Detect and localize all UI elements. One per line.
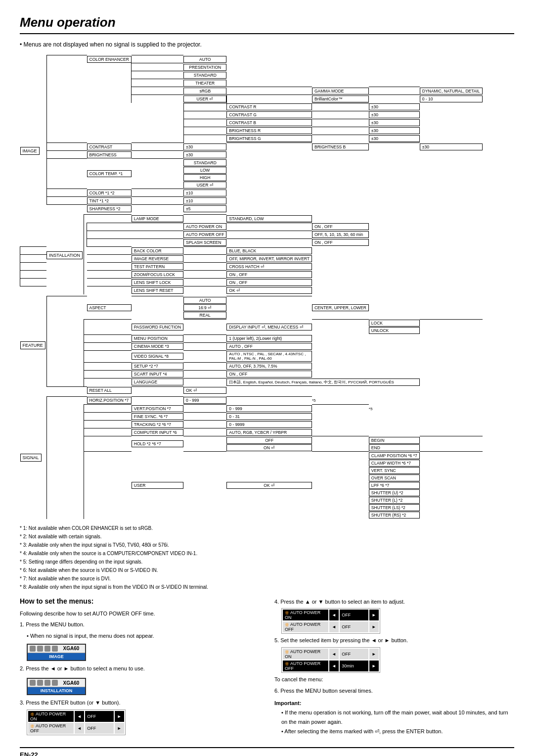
unlock-label: UNLOCK	[369, 327, 420, 334]
how-to-intro: Following describe how to set AUTO POWER…	[20, 609, 260, 618]
tracking-range: 0 - 9999	[226, 421, 312, 428]
brightness-g-label: BRIGHTNESS G	[226, 135, 312, 142]
hold-end: END	[369, 444, 420, 451]
reset-all-options: OK ⏎	[183, 387, 226, 394]
clamp-position-label: CLAMP POSITION *6 *7	[369, 452, 420, 459]
auto-power-off-options: OFF, 5, 10, 15, 30, 60 min	[312, 231, 369, 238]
aspect-169: 16:9 ⏎	[183, 304, 226, 311]
ctrl-table-3: 🔆 AUTO POWERON ◄ OFF ► 🔆 AUTO POWEROFF ◄…	[281, 647, 380, 673]
ctrl1-r2-arrow-r: ►	[115, 723, 124, 734]
ct-high: HIGH	[183, 174, 226, 181]
ct-low: LOW	[183, 167, 226, 174]
ctrl1-r1-arrow-r: ►	[115, 711, 124, 722]
auto-power-on-label: AUTO POWER ON	[183, 223, 226, 230]
page-title: Menu operation	[20, 15, 514, 34]
ctrl3-r2-arrow-l: ◄	[329, 661, 339, 671]
image-reverse-options: OFF, MIRROR, INVERT, MIRROR INVERT	[226, 255, 312, 262]
color-label: COLOR *1 *2	[87, 189, 132, 196]
menu-icon-6	[37, 680, 43, 686]
brilliantcolor-label: BrilliantColor™	[312, 95, 369, 102]
aspect-label: ASPECT	[87, 304, 132, 311]
zoom-focus-options: ON , OFF	[226, 271, 312, 278]
test-pattern-options: CROSS HATCH ⏎	[226, 263, 312, 270]
ctrl-table-1: 🔆 AUTO POWERON ◄ OFF ► 🔆 AUTO POWEROFF ◄…	[27, 709, 126, 735]
cancel-text: To cancel the menu:	[274, 675, 514, 684]
test-pattern-label: TEST PATTERN	[132, 263, 183, 270]
language-options: 日本語, English, Español, Deutsch, Français…	[226, 378, 419, 386]
ctrl2-r1-arrow-l: ◄	[329, 610, 339, 620]
brightness-label: BRIGHTNESS	[87, 151, 132, 158]
contrast-range: ±30	[183, 143, 226, 150]
hold-off: OFF	[226, 437, 312, 444]
contrast-r-label: CONTRAST R	[226, 103, 312, 110]
ct-standard: STANDARD	[183, 159, 226, 166]
note-1: * 1: Not available when COLOR ENHANCER i…	[20, 524, 514, 532]
aspect-real: REAL	[183, 312, 226, 319]
ce-standard: STANDARD	[183, 72, 226, 79]
xga-title: XGA60	[59, 646, 83, 651]
menu-icon-8	[52, 680, 58, 686]
step-4: 4. Press the ▲ or ▼ button to select an …	[274, 597, 514, 607]
lens-shift-lock-label: LENS SHIFT LOCK	[132, 279, 183, 286]
contrast-r-range: ±30	[369, 103, 420, 110]
ctrl3-r2-label: 🔆 AUTO POWEROFF	[283, 661, 328, 671]
note-2: * 2: Not available with certain signals.	[20, 532, 514, 541]
ctrl2-r2-arrow-l: ◄	[329, 621, 339, 632]
ctrl2-r2-value: OFF	[340, 621, 368, 632]
contrast-label: CONTRAST	[87, 143, 132, 150]
shutter-rs-label: SHUTTER (RS) *2	[369, 512, 420, 519]
splash-screen-options: ON , OFF	[312, 239, 369, 246]
ctrl1-r2-value: OFF	[85, 723, 113, 734]
brightness-g-range: ±30	[369, 135, 420, 142]
main-menu-image: IMAGE	[20, 147, 40, 155]
auto-power-on-options: ON , OFF	[312, 223, 369, 230]
xga-top-bar: XGA60	[28, 645, 85, 653]
zoom-focus-lock-label: ZOOM/FOCUS LOCK	[132, 271, 183, 278]
ct-user: USER ⏎	[183, 182, 226, 189]
ctrl2-r2-arrow-r: ►	[369, 621, 379, 632]
ce-user: USER ⏎	[183, 95, 226, 102]
user-label: USER	[132, 482, 183, 489]
menu-position-options: 1 (Upper left), 2(Lower right)	[226, 335, 312, 342]
menu-position-label: MENU POSITION	[132, 335, 183, 342]
xga-installation-menu: XGA60 INSTALLATION	[27, 678, 86, 695]
cancel-step: 6. Press the MENU button several times.	[274, 686, 514, 696]
sharpness-range: ±5	[183, 205, 226, 212]
how-to-left-col: How to set the menus: Following describe…	[20, 597, 260, 737]
step-2: 2. Press the ◄ or ► button to select a m…	[20, 664, 260, 673]
vert-sync-label: VERT. SYNC	[369, 467, 420, 474]
reset-all-label: RESET ALL	[87, 387, 132, 394]
ce-srgb: sRGB	[183, 88, 226, 94]
tint-label: TINT *1 *2	[87, 197, 132, 204]
lens-shift-reset-options: OK ⏎	[226, 287, 312, 294]
ctrl1-r1-arrow-l: ◄	[75, 711, 84, 722]
step-5: 5. Set the selected item by pressing the…	[274, 636, 514, 645]
shutter-ls-label: SHUTTER (LS) *2	[369, 504, 420, 511]
page-number: EN-22	[20, 751, 38, 756]
ctrl2-r1-arrow-r: ►	[369, 610, 379, 620]
splash-screen-label: SPLASH SCREEN	[183, 239, 226, 246]
menu-icon-7	[44, 680, 50, 686]
lens-shift-reset-label: LENS SHIFT RESET	[132, 287, 183, 294]
footer-bar: EN-22	[20, 747, 514, 756]
note-5: * 5: Setting range differs depending on …	[20, 558, 514, 566]
image-active-tab: IMAGE	[28, 653, 85, 660]
ctrl3-r1-arrow-r: ►	[369, 649, 379, 660]
important-bullet-2: After selecting the items marked with ⏎,…	[281, 727, 514, 736]
ctrl-table-2: 🔆 AUTO POWERON ◄ OFF ► 🔆 AUTO POWEROFF ◄…	[281, 608, 380, 634]
clamp-width-label: CLAMP WIDTH *6 *7	[369, 460, 420, 467]
ctrl2-r2-label: 🔆 AUTO POWEROFF	[283, 621, 328, 632]
ctrl1-r1-label: 🔆 AUTO POWERON	[28, 711, 74, 722]
hold-on: ON ⏎	[226, 444, 312, 451]
brightness-r-range: ±30	[369, 127, 420, 134]
ctrl3-r1-label: 🔆 AUTO POWERON	[283, 649, 328, 660]
xga-title-2: XGA60	[59, 680, 83, 686]
scart-options: ON , OFF	[226, 371, 312, 378]
note-3: * 3: Available only when the input signa…	[20, 541, 514, 549]
brightness-r-label: BRIGHTNESS R	[226, 127, 312, 134]
menu-icon-4	[52, 646, 58, 652]
note-4: * 4: Available only when the source is a…	[20, 549, 514, 558]
ctrl2-r1-label: 🔆 AUTO POWERON	[283, 610, 328, 620]
lamp-mode-options: STANDARD, LOW	[226, 215, 312, 222]
vert-range: 0 - 999	[226, 405, 312, 412]
